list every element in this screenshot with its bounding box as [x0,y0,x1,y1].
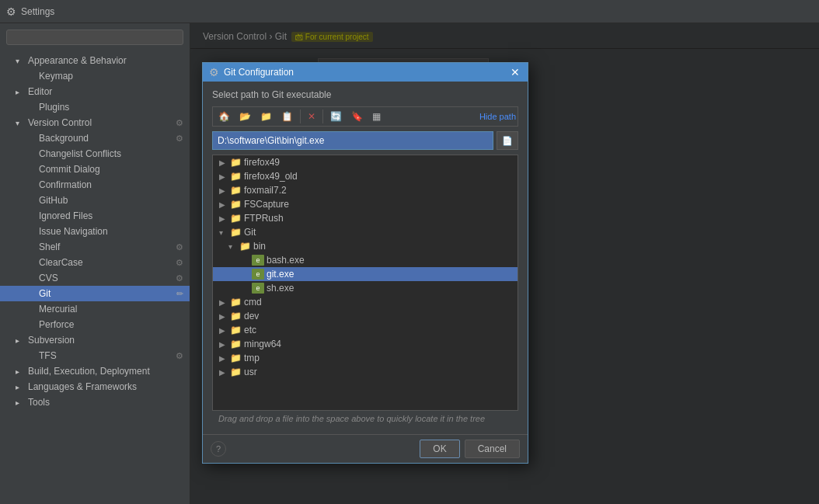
sidebar-item-clearcase[interactable]: ClearCase ⚙ [0,255,190,270]
toolbar-separator [322,109,323,123]
file-tree[interactable]: ▶ 📁 firefox49 ▶ 📁 firefox49_old [212,155,518,411]
dialog-subtitle: Select path to Git executable [212,89,518,100]
tree-item-label: usr [244,367,257,377]
sidebar-item-confirmation[interactable]: Confirmation [0,177,190,193]
tree-item-label: bash.exe [267,255,305,266]
search-input[interactable] [6,30,183,45]
tree-item[interactable]: e git.exe [213,267,518,281]
dialog-cancel-button[interactable]: Cancel [465,440,520,458]
sidebar-item-label: Subversion [28,335,183,346]
expand-icon: ▶ [219,340,230,349]
dialog-buttons: OK Cancel [420,440,520,458]
tree-item[interactable]: ▾ 📁 bin [213,239,518,253]
sidebar-item-appearance[interactable]: ▾ Appearance & Behavior [0,53,190,68]
tree-item[interactable]: ▶ 📁 cmd [213,295,518,309]
toolbar-grid-button[interactable]: ▦ [368,109,385,124]
folder-icon: 📁 [230,199,242,210]
sidebar-item-label: ClearCase [39,257,176,268]
exe-file-icon: e [252,283,264,294]
tree-item-label: FSCapture [244,199,289,210]
dialog-ok-button[interactable]: OK [420,440,459,458]
sidebar-item-shelf[interactable]: Shelf ⚙ [0,239,190,255]
toolbar-new-folder-button[interactable]: 📋 [277,109,297,124]
sidebar-item-build[interactable]: ▸ Build, Execution, Deployment [0,363,190,379]
path-input-row: 📄 [212,131,518,150]
main-layout: ▾ Appearance & Behavior Keymap ▸ Editor … [0,23,819,504]
sidebar-item-background[interactable]: Background ⚙ [0,130,190,146]
sidebar-item-subversion[interactable]: ▸ Subversion [0,332,190,348]
sidebar-item-mercurial[interactable]: Mercurial [0,301,190,317]
toolbar-home-button[interactable]: 🏠 [214,109,234,124]
tree-item[interactable]: e bash.exe [213,253,518,267]
tree-item-label: foxmail7.2 [244,185,287,196]
expand-icon: ▶ [219,298,230,307]
tree-item[interactable]: ▶ 📁 usr [213,365,518,379]
toolbar-folder-up-button[interactable]: 📁 [256,109,276,124]
hide-path-button[interactable]: Hide path [479,112,516,121]
sidebar-item-commit-dialog[interactable]: Commit Dialog [0,162,190,177]
sidebar-item-label: Perforce [39,319,183,330]
toolbar-refresh-button[interactable]: 🔄 [326,109,346,124]
sidebar-item-tfs[interactable]: TFS ⚙ [0,348,190,363]
settings-icon: ⚙ [176,273,183,283]
expand-icon: ▶ [219,158,230,167]
dialog-titlebar: ⚙ Git Configuration ✕ [203,63,528,82]
tree-item[interactable]: ▶ 📁 firefox49_old [213,169,518,183]
sidebar-item-changelist-conflicts[interactable]: Changelist Conflicts [0,146,190,162]
sidebar-section: ▾ Appearance & Behavior Keymap ▸ Editor … [0,51,190,412]
search-box[interactable] [0,23,190,51]
toolbar-bookmark-button[interactable]: 🔖 [347,109,367,124]
expand-icon: ▶ [219,172,230,181]
tree-item[interactable]: ▶ 📁 etc [213,323,518,337]
sidebar-item-git[interactable]: Git ✏ [0,286,190,301]
tree-item[interactable]: ▶ 📁 firefox49 [213,155,518,169]
dialog-close-button[interactable]: ✕ [509,66,521,78]
folder-icon: 📁 [230,353,242,363]
sidebar-item-plugins[interactable]: Plugins [0,99,190,115]
sidebar-item-label: Tools [28,397,183,408]
sidebar-item-github[interactable]: GitHub [0,193,190,208]
title-bar: ⚙ Settings [0,0,819,23]
toolbar-folder-open-button[interactable]: 📂 [235,109,255,124]
sidebar-item-tools[interactable]: ▸ Tools [0,395,190,410]
sidebar-item-cvs[interactable]: CVS ⚙ [0,270,190,286]
expand-icon: ▶ [219,368,230,377]
sidebar-item-editor[interactable]: ▸ Editor [0,84,190,99]
tree-item-label: etc [244,325,256,335]
toolbar-delete-button[interactable]: ✕ [304,109,319,124]
tree-item[interactable]: ▶ 📁 FTPRush [213,211,518,225]
sidebar-item-ignored-files[interactable]: Ignored Files [0,208,190,224]
dialog-title-text: Git Configuration [224,67,294,78]
folder-icon: 📁 [230,171,242,182]
content-area: Version Control › Git 🖄 For current proj… [190,23,819,504]
folder-icon: 📁 [230,297,242,308]
tree-item[interactable]: e sh.exe [213,281,518,295]
folder-icon: 📁 [230,339,242,349]
exe-file-icon: e [252,269,264,280]
folder-icon: 📁 [230,311,242,322]
sidebar-item-label: CVS [39,273,176,283]
dialog-footer: ? OK Cancel [203,434,528,463]
sidebar-item-version-control[interactable]: ▾ Version Control ⚙ [0,115,190,130]
sidebar-item-issue-navigation[interactable]: Issue Navigation [0,224,190,239]
sidebar-item-keymap[interactable]: Keymap [0,68,190,84]
tree-item[interactable]: ▶ 📁 tmp [213,351,518,365]
path-browse-button[interactable]: 📄 [497,131,518,150]
tree-item[interactable]: ▶ 📁 mingw64 [213,337,518,351]
settings-icon: ⚙ [176,118,183,128]
path-input-field[interactable] [212,131,493,150]
dialog-help-button[interactable]: ? [211,441,226,457]
sidebar-item-perforce[interactable]: Perforce [0,317,190,332]
sidebar-item-label: Mercurial [39,304,183,315]
sidebar-item-label: Commit Dialog [39,164,183,175]
tree-item[interactable]: ▶ 📁 FSCapture [213,197,518,211]
sidebar-item-label: GitHub [39,195,183,206]
sidebar-item-languages[interactable]: ▸ Languages & Frameworks [0,379,190,395]
tree-item[interactable]: ▶ 📁 foxmail7.2 [213,183,518,197]
sidebar-item-label: Plugins [39,102,183,113]
expand-icon: ▶ [219,354,230,363]
tree-item[interactable]: ▶ 📁 dev [213,309,518,323]
folder-icon: 📁 [230,325,242,335]
edit-icon: ✏ [176,289,183,299]
tree-item[interactable]: ▾ 📁 Git [213,225,518,239]
